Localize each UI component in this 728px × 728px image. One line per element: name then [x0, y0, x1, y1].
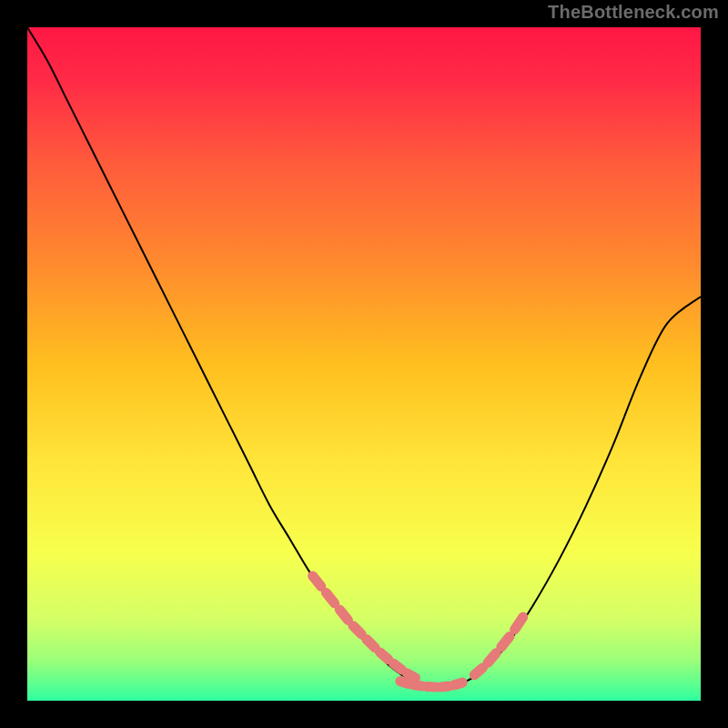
highlight-dash	[501, 637, 510, 647]
highlight-dash	[400, 682, 409, 684]
plot-area	[27, 27, 701, 701]
highlight-dash	[440, 686, 449, 687]
highlight-dash	[474, 668, 482, 675]
highlight-dash	[380, 652, 389, 660]
highlight-bottom-segment	[400, 682, 462, 687]
highlight-dash	[353, 626, 361, 634]
chart-svg	[27, 27, 701, 701]
highlight-dash	[339, 610, 348, 620]
highlight-dash	[488, 653, 496, 663]
highlight-dash	[313, 576, 321, 586]
highlight-dash	[454, 682, 462, 685]
highlight-dash	[326, 592, 334, 602]
highlight-dash	[407, 673, 415, 678]
chart-background	[27, 27, 701, 701]
highlight-dash	[515, 617, 523, 630]
highlight-dash	[367, 640, 375, 648]
watermark-text: TheBottleneck.com	[548, 2, 719, 23]
highlight-dash	[414, 685, 422, 686]
chart-stage: TheBottleneck.com	[0, 0, 728, 728]
highlight-dash	[393, 663, 401, 670]
